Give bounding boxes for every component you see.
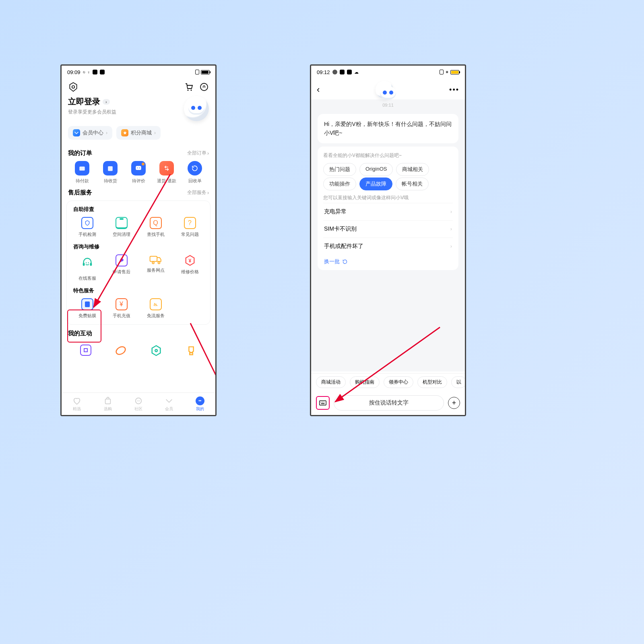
greeting-bubble: Hi，亲爱的V粉，新年快乐！有什么问题，不妨问问小V吧~ <box>318 114 458 143</box>
interact-row <box>62 342 215 357</box>
order-pending-pay[interactable]: 待付款 <box>68 161 96 184</box>
svg-point-11 <box>85 262 86 263</box>
login-title: 立即登录 <box>68 96 100 107</box>
svg-point-17 <box>115 345 127 356</box>
login-block[interactable]: 立即登录› 登录享受更多会员权益 <box>62 95 215 123</box>
qchip-more[interactable]: 以 <box>451 376 465 388</box>
pill-feature[interactable]: 功能操作 <box>323 178 356 190</box>
chip-vip-center[interactable]: 会员中心› <box>68 126 112 140</box>
interact-icon-4[interactable] <box>185 345 197 357</box>
price-hex-icon: ¥ <box>184 254 196 266</box>
svg-point-7 <box>137 167 138 168</box>
svc-phone-check[interactable]: 手机检测 <box>70 217 104 237</box>
pill-originos[interactable]: OriginOS <box>359 163 393 176</box>
chat-input-bar: 按住说话转文字 + <box>311 391 465 415</box>
pill-account[interactable]: 帐号相关 <box>396 178 429 190</box>
status-bar: 09:09 ⎋♀ <box>62 66 215 78</box>
chat-header: ‹ ••• <box>311 78 465 99</box>
message-icon[interactable] <box>199 82 209 92</box>
order-pending-review[interactable]: 待评价 <box>124 161 153 184</box>
back-icon[interactable]: ‹ <box>317 85 320 95</box>
interact-icon-1[interactable] <box>80 345 91 356</box>
orders-more[interactable]: 全部订单 › <box>187 150 209 157</box>
aftersale-title: 售后服务 <box>68 189 92 196</box>
svc-faq[interactable]: ?常见问题 <box>173 217 207 237</box>
svg-text:¥: ¥ <box>188 258 191 264</box>
svg-point-12 <box>88 262 89 263</box>
svg-point-28 <box>322 402 323 402</box>
svc-repair-price[interactable]: ¥维修价格 <box>173 254 207 281</box>
interact-icon-3[interactable] <box>150 345 162 357</box>
svg-rect-6 <box>136 166 141 170</box>
orders-title: 我的订单 <box>68 149 92 157</box>
tab-mine[interactable]: ••我的 <box>185 393 215 415</box>
profile-header <box>62 78 215 95</box>
tab-member[interactable]: 会员 <box>154 393 184 415</box>
order-pending-receive[interactable]: 待收货 <box>96 161 124 184</box>
pill-mall[interactable]: 商城相关 <box>396 163 429 176</box>
quick-chips: 商城活动 购机指南 领券中心 机型对比 以 <box>311 373 465 391</box>
qchip-coupon[interactable]: 领券中心 <box>384 376 413 388</box>
tab-community[interactable]: 社区 <box>123 393 154 415</box>
svg-rect-4 <box>79 167 85 171</box>
question-charge[interactable]: 充电异常› <box>323 203 453 220</box>
svc-find-phone[interactable]: Q查找手机 <box>138 217 173 237</box>
plus-button[interactable]: + <box>448 397 460 409</box>
robot-avatar <box>184 96 209 121</box>
svg-point-29 <box>324 402 324 402</box>
svg-rect-30 <box>321 403 324 404</box>
svg-rect-26 <box>320 401 326 405</box>
svg-point-1 <box>188 90 189 91</box>
svc-clean[interactable]: 空间清理 <box>104 217 138 237</box>
status-time: 09:09 <box>67 69 80 75</box>
svg-rect-19 <box>105 399 110 404</box>
order-recycle[interactable]: 回收单 <box>181 161 209 184</box>
question-broken[interactable]: 手机或配件坏了› <box>323 237 453 255</box>
svc-service-point[interactable]: 服务网点 <box>138 254 173 281</box>
qchip-guide[interactable]: 购机指南 <box>350 376 380 388</box>
service-card: 自助排查 手机检测 空间清理 Q查找手机 ?常见问题 咨询与维修 在线客服 申请… <box>66 200 211 325</box>
chat-timestamp: 09:11 <box>311 99 465 111</box>
more-icon[interactable]: ••• <box>449 86 459 94</box>
tab-featured[interactable]: 精选 <box>62 393 92 415</box>
keyboard-toggle[interactable] <box>316 396 330 410</box>
headset-icon <box>81 257 93 269</box>
settings-icon[interactable] <box>68 82 78 92</box>
aftersale-more[interactable]: 全部服务 › <box>187 189 209 196</box>
svg-point-27 <box>321 402 322 402</box>
svc-recharge[interactable]: ¥手机充值 <box>104 298 138 319</box>
tab-shop[interactable]: 选购 <box>92 393 123 415</box>
svg-point-23 <box>139 400 140 401</box>
svg-rect-5 <box>108 166 113 171</box>
hold-to-talk[interactable]: 按住说话转文字 <box>334 395 444 411</box>
chip-points-mall[interactable]: 积分商城› <box>116 126 161 140</box>
svg-point-0 <box>72 86 75 89</box>
qchip-activity[interactable]: 商城活动 <box>316 376 346 388</box>
interact-icon-2[interactable] <box>115 345 127 357</box>
orders-section: 我的订单 全部订单 › 待付款 待收货 待评价 退货/退款 回收单 <box>62 145 215 185</box>
screenshot-profile: 09:09 ⎋♀ 立即登录› 登录享受更多会员权益 会员中心› 积 <box>60 64 217 416</box>
svc-online-service[interactable]: 在线客服 <box>70 254 104 281</box>
pill-product-fault[interactable]: 产品故障 <box>359 178 392 190</box>
svg-point-21 <box>137 400 138 401</box>
status-time: 09:12 <box>317 69 330 75</box>
bot-avatar <box>376 81 393 99</box>
interact-title: 我的互动 <box>68 330 92 337</box>
qchip-compare[interactable]: 机型对比 <box>417 376 447 388</box>
question-sim[interactable]: SIM卡不识别› <box>323 220 453 237</box>
svg-point-2 <box>191 90 192 91</box>
svg-rect-10 <box>90 263 92 266</box>
truck-icon <box>149 254 162 265</box>
svg-point-22 <box>138 400 139 401</box>
cart-icon[interactable] <box>184 82 194 92</box>
refresh-button[interactable]: 换一批 <box>323 255 453 266</box>
svc-free-data[interactable]: 免流服务 <box>138 298 173 319</box>
keyboard-icon <box>318 398 327 407</box>
status-bar: 09:12 ☁ ✶ <box>311 66 465 78</box>
order-refund[interactable]: 退货/退款 <box>153 161 181 184</box>
login-subtitle: 登录享受更多会员权益 <box>68 109 116 116</box>
svg-point-14 <box>152 262 154 264</box>
svc-apply-aftersale[interactable]: 申请售后 <box>104 254 138 281</box>
svc-free-film[interactable]: 免费贴膜 <box>70 298 104 319</box>
pill-hot[interactable]: 热门问题 <box>323 163 356 176</box>
